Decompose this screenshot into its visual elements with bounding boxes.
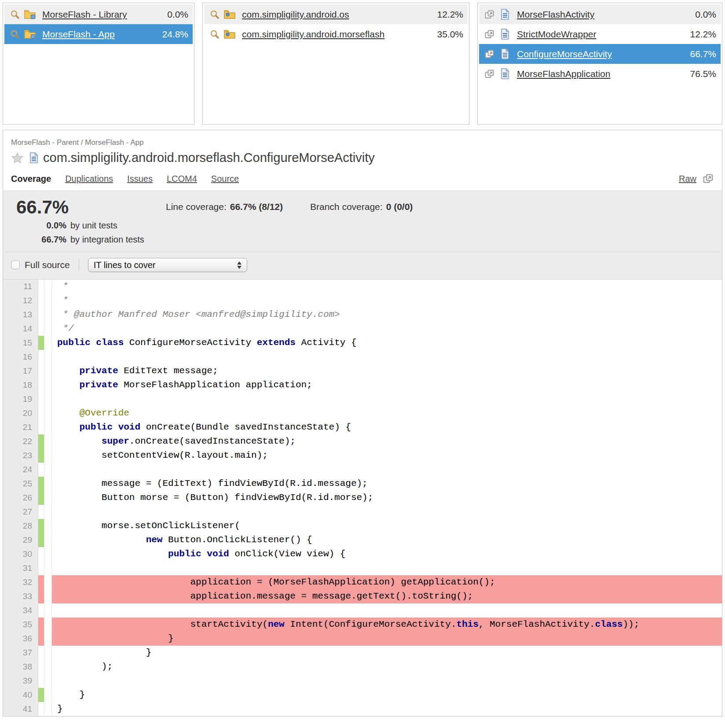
line-number: 18: [3, 378, 38, 392]
line-number: 36: [3, 632, 38, 646]
branch-coverage-value: 0 (0/0): [386, 202, 413, 212]
coverage-bar: [38, 364, 44, 378]
popup-icon[interactable]: [483, 8, 496, 21]
magnifier-icon[interactable]: [9, 28, 21, 40]
code-text: */: [52, 322, 722, 336]
code-text: [52, 674, 722, 688]
code-text: [52, 463, 722, 477]
coverage-bar: [38, 688, 44, 702]
package-link[interactable]: com.simpligility.android.morseflash: [242, 29, 384, 40]
coverage-bar-secondary: [44, 463, 52, 477]
full-source-checkbox[interactable]: [11, 261, 20, 269]
coverage-bar: [38, 618, 44, 632]
coverage-filter-select[interactable]: IT lines to cover: [88, 258, 247, 272]
resource-viewer: MorseFlash - Parent / MorseFlash - App c…: [3, 130, 722, 717]
code-text: application = (MorseFlashApplication) ge…: [52, 575, 722, 589]
file-row[interactable]: MorseFlashApplication 76.5%: [479, 64, 721, 84]
line-number: 34: [3, 603, 38, 618]
line-coverage-label: Line coverage:: [166, 202, 227, 212]
popup-icon[interactable]: [703, 173, 714, 184]
line-number: 20: [3, 406, 38, 420]
file-link[interactable]: StrictModeWrapper: [517, 29, 597, 40]
tab-source[interactable]: Source: [211, 174, 239, 184]
code-text: *: [52, 294, 722, 308]
star-icon[interactable]: [11, 152, 24, 164]
code-line: 11 *: [3, 279, 722, 294]
coverage-filter-value: IT lines to cover: [94, 260, 156, 270]
project-row-selected[interactable]: MorseFlash - App 24.8%: [4, 24, 193, 44]
coverage-bar: [38, 350, 44, 364]
code-text: [52, 505, 722, 519]
magnifier-icon[interactable]: [209, 28, 221, 40]
coverage-bar-secondary: [44, 279, 52, 294]
line-number: 17: [3, 364, 38, 378]
line-number: 21: [3, 420, 38, 434]
line-number: 24: [3, 463, 38, 477]
code-text: [52, 350, 722, 364]
magnifier-icon[interactable]: [209, 8, 221, 21]
popup-icon[interactable]: [483, 68, 496, 80]
coverage-bar-secondary: [44, 477, 52, 491]
project-link[interactable]: MorseFlash - App: [42, 29, 115, 40]
folder-icon: [24, 8, 36, 21]
coverage-bar-secondary: [44, 618, 52, 632]
coverage-bar-secondary: [44, 434, 52, 449]
file-link[interactable]: MorseFlashApplication: [517, 69, 610, 79]
coverage-percent: 0.0%: [162, 9, 188, 20]
coverage-bar: [38, 702, 44, 716]
code-line: 21 public void onCreate(Bundle savedInst…: [3, 420, 722, 434]
coverage-bar: [38, 575, 44, 589]
tab-duplications[interactable]: Duplications: [65, 174, 113, 184]
file-link[interactable]: ConfigureMorseActivity: [517, 49, 612, 59]
file-row-selected[interactable]: ConfigureMorseActivity 66.7%: [479, 44, 721, 64]
code-text: Button morse = (Button) findViewById(R.i…: [52, 491, 722, 505]
popup-icon[interactable]: [483, 28, 496, 40]
line-number: 37: [3, 646, 38, 660]
project-row[interactable]: MorseFlash - Library 0.0%: [4, 4, 193, 24]
raw-link[interactable]: Raw: [679, 174, 696, 184]
updown-arrows-icon: [237, 261, 242, 269]
projects-panel: MorseFlash - Library 0.0% MorseFlash - A…: [3, 3, 194, 125]
coverage-bar-secondary: [44, 533, 52, 547]
tab-issues[interactable]: Issues: [127, 174, 153, 184]
package-folder-icon: [223, 8, 236, 21]
code-line: 19: [3, 392, 722, 406]
package-row[interactable]: com.simpligility.android.morseflash 35.0…: [204, 24, 468, 44]
coverage-bar: [38, 434, 44, 449]
code-line: 27: [3, 505, 722, 519]
popup-icon[interactable]: [483, 48, 496, 60]
folder-icon: [24, 28, 36, 40]
package-link[interactable]: com.simpligility.android.os: [242, 9, 349, 20]
coverage-bar: [38, 491, 44, 505]
code-line: 31: [3, 561, 722, 575]
it-test-coverage: 66.7%: [11, 235, 70, 245]
code-text: @Override: [52, 406, 722, 420]
coverage-bar: [38, 660, 44, 674]
coverage-bar-secondary: [44, 406, 52, 420]
coverage-bar: [38, 420, 44, 434]
file-row[interactable]: MorseFlashActivity 0.0%: [479, 4, 721, 24]
tab-bar: Coverage Duplications Issues LCOM4 Sourc…: [11, 173, 714, 191]
magnifier-icon[interactable]: [9, 8, 21, 21]
code-text: public void onCreate(Bundle savedInstanc…: [52, 420, 722, 434]
breadcrumb: MorseFlash - Parent / MorseFlash - App: [11, 138, 714, 147]
code-line: 14 */: [3, 322, 722, 336]
package-row[interactable]: com.simpligility.android.os 12.2%: [204, 4, 468, 24]
code-text: setContentView(R.layout.main);: [52, 449, 722, 463]
code-line: 38 );: [3, 660, 722, 674]
code-line: 35 startActivity(new Intent(ConfigureMor…: [3, 618, 722, 632]
line-number: 30: [3, 547, 38, 561]
tab-lcom4[interactable]: LCOM4: [167, 174, 197, 184]
code-line: 39: [3, 674, 722, 688]
file-link[interactable]: MorseFlashActivity: [517, 9, 594, 20]
coverage-bar: [38, 603, 44, 618]
coverage-bar-secondary: [44, 561, 52, 575]
coverage-percent: 35.0%: [432, 29, 463, 40]
code-line: 29 new Button.OnClickListener() {: [3, 533, 722, 547]
file-row[interactable]: StrictModeWrapper 12.2%: [479, 24, 721, 44]
tab-coverage[interactable]: Coverage: [11, 174, 51, 184]
project-link[interactable]: MorseFlash - Library: [42, 9, 127, 20]
code-line: 23 setContentView(R.layout.main);: [3, 449, 722, 463]
code-line: 25 message = (EditText) findViewById(R.i…: [3, 477, 722, 491]
coverage-percent: 24.8%: [157, 29, 188, 40]
